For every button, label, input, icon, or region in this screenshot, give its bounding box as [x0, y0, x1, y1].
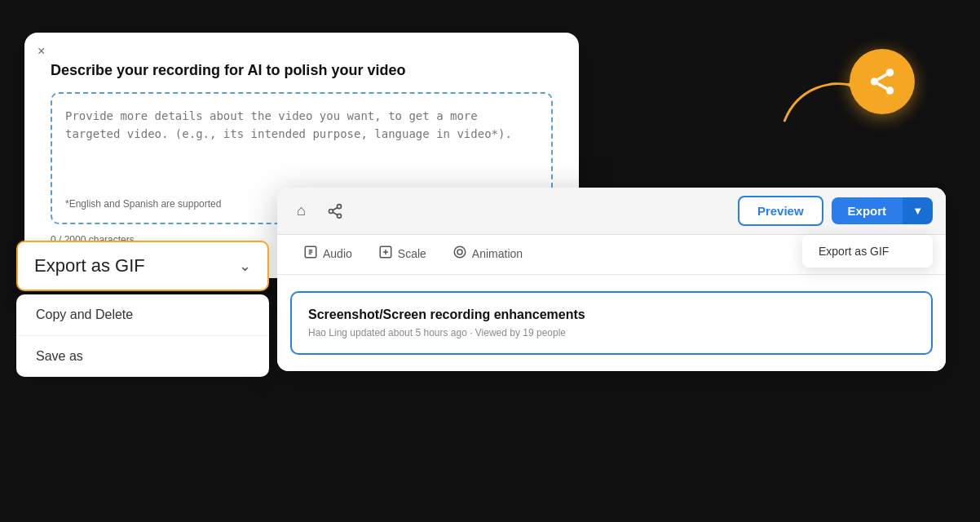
scale-icon: [378, 245, 393, 263]
tab-audio-label: Audio: [323, 247, 352, 260]
share-circle[interactable]: [850, 49, 915, 114]
tab-animation[interactable]: Animation: [439, 235, 536, 274]
svg-point-8: [457, 250, 462, 254]
export-gif-label: Export as GIF: [34, 255, 145, 276]
content-area: Screenshot/Screen recording enhancements…: [277, 275, 946, 371]
preview-button[interactable]: Preview: [738, 196, 823, 226]
tab-animation-label: Animation: [472, 247, 523, 260]
svg-point-7: [454, 246, 466, 258]
svg-line-3: [333, 212, 338, 215]
export-gif-panel: Export as GIF ⌄ Copy and Delete Save as: [16, 241, 269, 377]
audio-icon: [303, 245, 318, 263]
export-toolbar-dropdown: Export as GIF: [802, 235, 933, 268]
content-card-title: Screenshot/Screen recording enhancements: [308, 307, 915, 322]
ai-dialog-title: Describe your recording for AI to polish…: [51, 62, 553, 79]
copy-and-delete-item[interactable]: Copy and Delete: [16, 294, 269, 336]
tab-audio[interactable]: Audio: [290, 235, 365, 274]
svg-point-10: [886, 69, 894, 77]
export-gif-button[interactable]: Export as GIF ⌄: [16, 241, 269, 291]
home-button[interactable]: ⌂: [290, 197, 312, 224]
ai-textarea[interactable]: [65, 107, 538, 188]
export-dropdown-button[interactable]: ▼: [903, 197, 933, 224]
close-button[interactable]: ×: [38, 44, 45, 59]
svg-line-14: [878, 74, 887, 79]
export-as-gif-item[interactable]: Export as GIF: [802, 235, 933, 268]
chevron-down-icon: ⌄: [239, 257, 251, 275]
svg-point-12: [886, 86, 894, 94]
share-button[interactable]: [320, 198, 350, 224]
tab-scale[interactable]: Scale: [365, 235, 439, 274]
save-as-item[interactable]: Save as: [16, 336, 269, 377]
scene: × Describe your recording for AI to poli…: [0, 0, 980, 522]
export-btn-group: Export ▼: [832, 197, 933, 224]
arrow-icon: [778, 72, 859, 129]
export-main-button[interactable]: Export: [832, 197, 903, 224]
svg-line-4: [333, 207, 338, 210]
svg-line-13: [878, 83, 887, 88]
export-dropdown-icon: ▼: [912, 205, 923, 217]
svg-marker-9: [845, 82, 854, 88]
toolbar: ⌂ Preview Export ▼ Export as GIF: [277, 188, 946, 235]
tab-scale-label: Scale: [398, 247, 426, 260]
content-card: Screenshot/Screen recording enhancements…: [290, 291, 933, 355]
export-gif-dropdown: Copy and Delete Save as: [16, 294, 269, 377]
content-card-meta: Hao Ling updated about 5 hours ago · Vie…: [308, 327, 915, 338]
svg-point-11: [871, 77, 879, 86]
animation-icon: [452, 245, 467, 263]
share-icon-wrapper: [850, 49, 915, 114]
main-panel: ⌂ Preview Export ▼ Export as GIF: [277, 188, 946, 371]
share-circle-icon: [867, 66, 898, 97]
home-icon: ⌂: [297, 202, 306, 219]
share-icon: [327, 203, 343, 219]
